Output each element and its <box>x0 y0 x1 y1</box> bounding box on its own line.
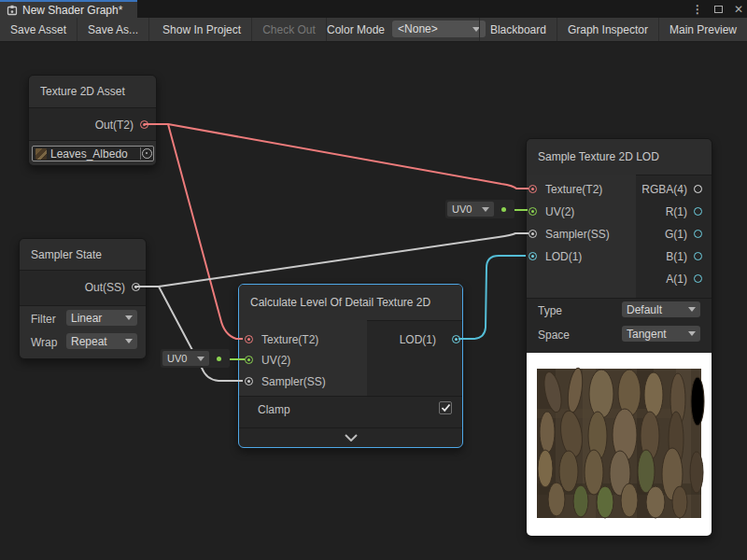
shader-graph-window: UV0 UV0 Texture 2D Asset Out(T2) Leaves_… <box>0 0 747 560</box>
tab-strip: New Shader Graph* ⋮ ✕ <box>0 0 747 18</box>
port-label: G(1) <box>665 228 687 241</box>
toolbar: Save Asset Save As... Show In Project Ch… <box>0 18 747 42</box>
leaves-atlas-image <box>527 353 712 536</box>
kebab-menu-icon[interactable]: ⋮ <box>692 4 703 15</box>
node-sample-texture-2d-lod[interactable]: Sample Texture 2D LOD Texture(T2) UV(2) … <box>526 138 712 537</box>
port-label: LOD(1) <box>400 333 436 346</box>
port-out-a[interactable] <box>694 274 702 283</box>
color-mode-label: Color Mode <box>323 18 392 41</box>
port-in-texture[interactable] <box>529 185 537 193</box>
edge-texture-to-calculate[interactable] <box>168 124 243 339</box>
texture-name: Leaves_Albedo <box>50 147 128 161</box>
check-out-button[interactable]: Check Out <box>252 18 327 41</box>
port-label: A(1) <box>666 273 687 286</box>
shader-graph-icon <box>7 5 18 16</box>
uv-channel-value: UV0 <box>167 353 187 364</box>
port-label: UV(2) <box>261 354 290 367</box>
port-out-r[interactable] <box>694 207 702 216</box>
filter-label: Filter <box>31 313 56 326</box>
check-icon <box>441 403 451 413</box>
wrap-label: Wrap <box>31 336 57 349</box>
port-out-rgba[interactable] <box>694 185 702 193</box>
port-out-ss[interactable] <box>132 283 140 291</box>
save-asset-button[interactable]: Save Asset <box>0 18 78 41</box>
uv-wire-dot-icon <box>217 357 221 361</box>
port-label: R(1) <box>666 205 687 218</box>
node-calculate-lod-texture-2d[interactable]: Calculate Level Of Detail Texture 2D Tex… <box>238 284 463 448</box>
node-title: Calculate Level Of Detail Texture 2D <box>239 285 462 321</box>
port-in-uv[interactable] <box>245 356 253 364</box>
space-label: Space <box>538 329 570 342</box>
tab-new-shader-graph[interactable]: New Shader Graph* <box>0 0 137 18</box>
color-mode-dropdown[interactable]: <None> <box>392 21 486 37</box>
window-controls: ⋮ ✕ <box>692 0 743 18</box>
port-label: Sampler(SS) <box>545 228 610 241</box>
port-in-uv[interactable] <box>529 207 537 216</box>
leaves-texture-preview <box>527 353 712 536</box>
collapse-previews-button[interactable] <box>239 427 462 447</box>
texture-object-field[interactable]: Leaves_Albedo <box>32 146 154 161</box>
chevron-down-icon <box>482 207 489 212</box>
port-in-sampler[interactable] <box>529 230 537 238</box>
node-title: Sample Texture 2D LOD <box>527 139 712 175</box>
port-in-sampler[interactable] <box>245 377 253 385</box>
graph-inspector-toggle-button[interactable]: Graph Inspector <box>557 18 659 41</box>
chevron-down-icon <box>688 307 696 312</box>
blackboard-toggle-button[interactable]: Blackboard <box>479 18 557 41</box>
port-label: Texture(T2) <box>545 183 602 196</box>
object-picker-icon[interactable] <box>140 147 153 160</box>
chevron-down-icon <box>688 331 696 336</box>
uv-channel-widget: UV0 <box>445 200 514 218</box>
port-label: B(1) <box>666 250 687 263</box>
node-title: Texture 2D Asset <box>29 76 156 108</box>
node-texture-2d-asset[interactable]: Texture 2D Asset Out(T2) Leaves_Albedo <box>28 75 157 166</box>
main-preview-toggle-button[interactable]: Main Preview <box>659 18 747 41</box>
port-label: Sampler(SS) <box>261 375 326 388</box>
show-in-project-button[interactable]: Show In Project <box>152 18 252 41</box>
clamp-label: Clamp <box>258 403 290 416</box>
chevron-down-icon <box>125 339 133 343</box>
node-sampler-state[interactable]: Sampler State Out(SS) Filter Linear Wrap… <box>19 238 147 359</box>
port-label: RGBA(4) <box>641 183 687 196</box>
chevron-down-icon <box>197 357 204 361</box>
tab-title: New Shader Graph* <box>22 4 122 17</box>
type-dropdown[interactable]: Default <box>622 301 700 317</box>
port-label: Out(T2) <box>95 119 134 132</box>
uv-port-stub <box>209 357 228 361</box>
uv-channel-dropdown[interactable]: UV0 <box>162 351 209 366</box>
port-label: Texture(T2) <box>261 333 318 346</box>
uv-port-stub <box>494 207 513 212</box>
chevron-down-icon <box>125 315 133 320</box>
port-out-t2[interactable] <box>140 120 148 129</box>
clamp-checkbox[interactable] <box>439 401 452 414</box>
wrap-dropdown[interactable]: Repeat <box>66 333 137 349</box>
edge-sampler-to-sample[interactable] <box>134 233 529 287</box>
color-mode-value: <None> <box>398 22 438 35</box>
uv-channel-widget: UV0 <box>161 349 230 368</box>
edge-texture-to-sample[interactable] <box>144 124 529 189</box>
save-as-button[interactable]: Save As... <box>78 18 149 41</box>
filter-dropdown[interactable]: Linear <box>66 310 137 326</box>
maximize-icon[interactable] <box>714 6 723 13</box>
port-out-g[interactable] <box>694 230 702 238</box>
port-in-texture[interactable] <box>245 335 253 343</box>
chevron-down-icon <box>344 434 359 441</box>
port-out-b[interactable] <box>694 252 702 260</box>
type-label: Type <box>538 304 562 317</box>
texture-thumbnail-icon <box>35 148 47 160</box>
port-label: UV(2) <box>545 205 574 218</box>
close-icon[interactable]: ✕ <box>734 4 743 15</box>
uv-channel-dropdown[interactable]: UV0 <box>447 202 494 217</box>
node-title: Sampler State <box>20 239 146 271</box>
port-label: Out(SS) <box>85 281 125 294</box>
uv-wire-dot-icon <box>501 207 506 212</box>
port-label: LOD(1) <box>545 250 582 263</box>
port-in-lod[interactable] <box>529 252 537 260</box>
port-out-lod[interactable] <box>452 335 460 343</box>
uv-channel-value: UV0 <box>452 203 472 215</box>
edge-lod-to-sample[interactable] <box>458 256 526 339</box>
space-dropdown[interactable]: Tangent <box>622 326 700 342</box>
